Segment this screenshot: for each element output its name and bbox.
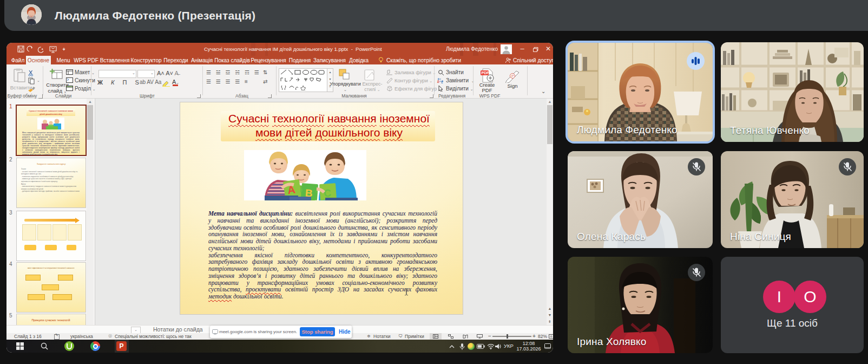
svg-text:P: P (511, 74, 514, 78)
svg-text:b: b (437, 80, 439, 83)
svg-text:PDF: PDF (482, 71, 490, 75)
svg-text:C: C (323, 187, 331, 199)
svg-text:c: c (441, 80, 443, 83)
